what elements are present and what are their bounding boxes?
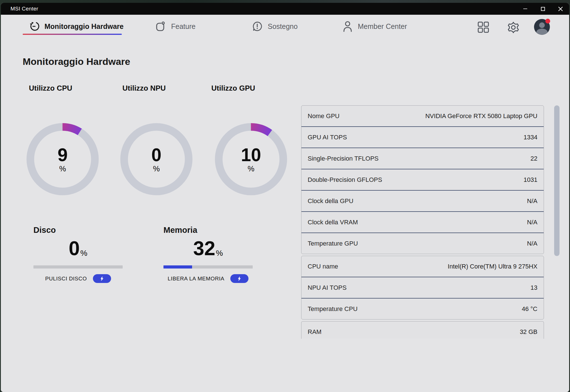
- tab-label: Monitoraggio Hardware: [44, 22, 124, 31]
- close-icon: [558, 7, 563, 11]
- ram-info-panel: RAM 32 GB: [301, 321, 544, 339]
- settings-button[interactable]: [507, 21, 520, 34]
- feature-icon: [155, 21, 166, 32]
- info-row-gpu-name: Nome GPU NVIDIA GeForce RTX 5080 Laptop …: [301, 106, 544, 126]
- info-row-npu-ai-tops: NPU AI TOPS 13: [301, 277, 544, 298]
- clean-disk-boost-button[interactable]: [93, 274, 111, 283]
- cpu-usage-unit: %: [59, 165, 66, 173]
- titlebar: MSI Center: [1, 3, 569, 15]
- active-tab-underline: [23, 34, 122, 35]
- member-person-icon: [343, 21, 353, 32]
- tab-member-center[interactable]: Member Center: [343, 20, 407, 33]
- free-memory-label: LIBERA LA MEMORIA: [168, 276, 224, 282]
- cpu-usage-gauge: 9 %: [26, 123, 99, 195]
- gpu-usage-gauge: 10 %: [215, 123, 287, 195]
- gear-icon: [507, 21, 520, 34]
- tab-feature[interactable]: Feature: [155, 20, 195, 33]
- memory-progress-bar: [163, 265, 253, 269]
- cpu-info-panel: CPU name Intel(R) Core(TM) Ultra 9 275HX…: [301, 256, 544, 319]
- info-row-single-precision: Single-Precision TFLOPS 22: [301, 148, 544, 169]
- gpu-usage-unit: %: [248, 165, 254, 173]
- tab-sostegno[interactable]: Sostegno: [252, 20, 298, 33]
- info-row-cpu-temperature: Temperature CPU 46 °C: [301, 298, 544, 319]
- tab-monitoraggio-hardware[interactable]: Monitoraggio Hardware: [29, 20, 124, 33]
- apps-grid-button[interactable]: [477, 21, 490, 33]
- cpu-usage-label: Utilizzo CPU: [29, 84, 72, 93]
- app-body: Monitoraggio Hardware Feature Sostegno: [1, 15, 569, 392]
- tab-label: Member Center: [358, 22, 407, 31]
- disk-progress-bar: [33, 265, 123, 269]
- info-row-gpu-temperature: Temperature GPU N/A: [301, 233, 544, 254]
- memory-label: Memoria: [163, 225, 197, 235]
- tab-label: Feature: [171, 22, 195, 31]
- maximize-icon: [541, 7, 545, 11]
- app-window: MSI Center Monitoraggio Hardware: [1, 3, 569, 392]
- info-row-double-precision: Double-Precision GFLOPS 1031: [301, 169, 544, 190]
- info-row-gpu-clock: Clock della GPU N/A: [301, 190, 544, 211]
- close-button[interactable]: [552, 3, 569, 15]
- info-row-vram-clock: Clock della VRAM N/A: [301, 211, 544, 233]
- support-bubble-icon: [252, 21, 263, 32]
- minimize-button[interactable]: [516, 3, 534, 15]
- npu-usage-label: Utilizzo NPU: [122, 84, 166, 93]
- clean-disk-label: PULISCI DISCO: [45, 276, 87, 282]
- cpu-usage-value: 9: [58, 146, 68, 164]
- hardware-monitor-gauge-icon: [29, 21, 39, 31]
- info-row-gpu-ai-tops: GPU AI TOPS 1334: [301, 126, 544, 148]
- maximize-button[interactable]: [534, 3, 552, 15]
- page-title: Monitoraggio Hardware: [23, 56, 130, 67]
- tab-label: Sostegno: [268, 22, 298, 31]
- window-controls: [516, 3, 569, 15]
- window-title: MSI Center: [10, 6, 38, 12]
- npu-usage-gauge: 0 %: [120, 123, 193, 195]
- memory-progress-fill: [163, 265, 192, 269]
- npu-usage-value: 0: [151, 146, 161, 164]
- free-memory-boost-button[interactable]: [230, 274, 248, 283]
- boost-arrow-icon: [100, 276, 104, 281]
- disk-label: Disco: [33, 225, 56, 235]
- gpu-usage-label: Utilizzo GPU: [211, 84, 255, 93]
- user-avatar-button[interactable]: [534, 19, 550, 35]
- scrollbar-thumb[interactable]: [554, 105, 560, 256]
- minimize-icon: [523, 7, 528, 11]
- gpu-info-panel: Nome GPU NVIDIA GeForce RTX 5080 Laptop …: [301, 105, 544, 254]
- gpu-usage-value: 10: [241, 146, 261, 164]
- boost-arrow-icon: [237, 276, 242, 281]
- disk-usage-value: 0%: [33, 238, 123, 258]
- info-row-cpu-name: CPU name Intel(R) Core(TM) Ultra 9 275HX: [301, 256, 544, 277]
- npu-usage-unit: %: [153, 165, 160, 173]
- memory-usage-value: 32%: [163, 238, 253, 258]
- info-row-ram: RAM 32 GB: [301, 321, 544, 339]
- notification-dot: [545, 19, 550, 24]
- apps-grid-icon: [477, 21, 490, 33]
